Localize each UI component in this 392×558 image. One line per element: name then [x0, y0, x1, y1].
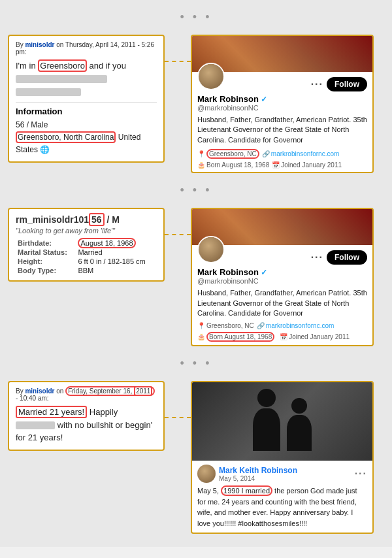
- separator-1: • • •: [0, 7, 392, 28]
- twitter-meta-1: 📍 Greensboro, NC 🔗 markrobinsonfornc.com…: [192, 147, 372, 172]
- birthdate-value: August 18, 1968: [76, 238, 157, 248]
- twitter-actions-1: ··· Follow: [311, 74, 367, 91]
- twitter-meta-2: 📍 Greensboro, NC 🔗 markrobinsonfornc.com…: [192, 320, 372, 345]
- height-label: Height:: [16, 257, 76, 266]
- comparison-row-2: rm_minisoldr10156 / M "Looking to get aw…: [0, 201, 392, 353]
- born-value-2: Born August 18, 1968: [206, 332, 274, 342]
- birthdate-label: Birthdate:: [16, 238, 76, 248]
- left-panel-1: By minisoldr on Thursday, April 14, 2011…: [8, 35, 165, 163]
- website-link-2[interactable]: markrobinsonfornc.com: [266, 322, 334, 329]
- comparison-row-1: By minisoldr on Thursday, April 14, 2011…: [0, 28, 392, 180]
- right-panel-2: ··· Follow Mark Robinson ✓ @markrobinson…: [191, 208, 374, 346]
- post-header-3: By minisoldr on Friday, September 16, 20…: [16, 387, 157, 402]
- bodytype-row: Body Type: BBM: [16, 266, 157, 275]
- twitter-bio-1: Husband, Father, Grandfather, American P…: [192, 113, 372, 147]
- fb-post-image-3: [192, 382, 372, 461]
- follow-button-1[interactable]: Follow: [327, 77, 367, 91]
- age-highlight-2: 56: [89, 213, 105, 226]
- location-value-2: Greensboro, NC: [206, 322, 254, 329]
- connector-1: [165, 61, 191, 62]
- post-body-3: Married 21 years! Happily with no bullsh…: [16, 406, 157, 444]
- connector-2: [165, 234, 191, 235]
- cal-icon-1: 📅: [272, 161, 280, 169]
- info-location-1: Greensboro, North Carolina United States…: [16, 131, 157, 156]
- twitter-profile-row-2: ··· Follow: [192, 245, 372, 267]
- twitter-handle-2: @markrobinsonNC: [197, 277, 367, 285]
- more-button-2[interactable]: ···: [311, 252, 323, 263]
- location-circle-1: Greensboro, North Carolina: [16, 131, 116, 143]
- pin-icon-2: 📍: [197, 322, 205, 329]
- twitter-bio-2: Husband, Father, Grandfather, American P…: [192, 286, 372, 320]
- right-panel-3: Mark Keith Robinson May 5, 2014 ··· May …: [191, 381, 374, 534]
- left-panel-3: By minisoldr on Friday, September 16, 20…: [8, 381, 165, 451]
- website-meta-1: 🔗 markrobinsonfornc.com: [262, 149, 339, 159]
- post-header-1: By minisoldr on Thursday, April 14, 2011…: [16, 41, 157, 56]
- fb-poster-row-3: Mark Keith Robinson May 5, 2014 ···: [197, 465, 367, 483]
- info-title-1: Information: [16, 107, 157, 116]
- twitter-profile-row-1: ··· Follow: [192, 72, 372, 94]
- birthdate-row: Birthdate: August 18, 1968: [16, 238, 157, 248]
- page-container: • • • By minisoldr on Thursday, April 14…: [0, 0, 392, 547]
- joined-value-1: Joined January 2011: [281, 161, 342, 169]
- marital-value: Married: [76, 248, 157, 257]
- motto-2: "Looking to get away from 'life'": [16, 227, 157, 235]
- birthdate-circle: August 18, 1968: [78, 238, 135, 248]
- verified-badge-2: ✓: [261, 268, 267, 277]
- post-author-3[interactable]: minisoldr: [25, 387, 54, 395]
- separator-2: • • •: [0, 180, 392, 201]
- twitter-avatar-2: [197, 236, 225, 263]
- year-highlight-3: 1990 I married: [221, 485, 272, 496]
- bodytype-value: BBM: [76, 266, 157, 275]
- height-row: Height: 6 ft 0 in / 182-185 cm: [16, 257, 157, 266]
- separator-3: • • •: [0, 353, 392, 374]
- twitter-actions-2: ··· Follow: [311, 248, 367, 265]
- location-meta-1: 📍 Greensboro, NC: [197, 149, 259, 159]
- twitter-name-2: Mark Robinson ✓: [197, 267, 367, 277]
- link-icon-2: 🔗: [257, 322, 265, 329]
- right-panel-1: ··· Follow Mark Robinson ✓ @markrobinson…: [191, 35, 374, 173]
- info-age-gender-1: 56 / Male: [16, 119, 157, 131]
- username-row-2: rm_minisoldr10156 / M: [16, 214, 157, 225]
- twitter-avatar-1: [197, 63, 225, 90]
- marital-label: Marital Status:: [16, 248, 76, 257]
- cal-icon-2: 📅: [280, 333, 287, 340]
- fb-post-text-3: May 5, 1990 I married the person God mad…: [197, 485, 367, 529]
- location-value-1: Greensboro, NC: [206, 149, 259, 159]
- marital-row: Marital Status: Married: [16, 248, 157, 257]
- detail-table-2: Birthdate: August 18, 1968 Marital Statu…: [16, 238, 157, 275]
- born-value-1: Born August 18, 1968: [206, 161, 269, 169]
- joined-meta-1: 📅 Joined January 2011: [272, 161, 342, 169]
- website-link-1[interactable]: markrobinsonfornc.com: [271, 150, 339, 157]
- born-meta-2: 🎂 Born August 18, 1968 📅 Joined January …: [197, 332, 367, 342]
- post-body-1: I'm in Greensboro and if you: [16, 59, 157, 98]
- left-panel-2: rm_minisoldr10156 / M "Looking to get aw…: [8, 208, 165, 282]
- bodytype-label: Body Type:: [16, 266, 76, 275]
- follow-button-2[interactable]: Follow: [327, 250, 367, 265]
- info-section-1: Information 56 / Male Greensboro, North …: [16, 102, 157, 157]
- twitter-handle-1: @markrobinsonNC: [197, 104, 367, 112]
- born-meta-1: 🎂 Born August 18, 1968: [197, 161, 269, 169]
- pin-icon-1: 📍: [197, 150, 205, 157]
- more-button-1[interactable]: ···: [311, 78, 323, 90]
- verified-badge-1: ✓: [261, 95, 267, 104]
- fb-poster-name-3: Mark Keith Robinson: [219, 466, 297, 475]
- fb-more-btn-3[interactable]: ···: [355, 468, 367, 480]
- fb-avatar-3: [197, 465, 216, 483]
- cake-icon-1: 🎂: [197, 161, 205, 169]
- website-meta-2: 🔗 markrobinsonfornc.com: [257, 322, 334, 329]
- cake-icon-2: 🎂: [197, 333, 205, 340]
- fb-post-content-3: Mark Keith Robinson May 5, 2014 ··· May …: [192, 461, 372, 533]
- location-highlight-1: Greensboro: [38, 59, 87, 72]
- joined-value-2: Joined January 2011: [289, 333, 350, 340]
- fb-post-date-3: May 5, 2014: [219, 475, 297, 482]
- height-value: 6 ft 0 in / 182-185 cm: [76, 257, 157, 266]
- post-author-1[interactable]: minisoldr: [25, 41, 54, 48]
- link-icon-1: 🔗: [262, 150, 270, 157]
- comparison-row-3: By minisoldr on Friday, September 16, 20…: [0, 374, 392, 540]
- date-highlight-3: Friday, September 16, 2011: [65, 386, 155, 396]
- twitter-name-1: Mark Robinson ✓: [197, 94, 367, 104]
- married-highlight-3: Married 21 years!: [16, 406, 87, 418]
- connector-3: [165, 417, 191, 418]
- location-meta-2: 📍 Greensboro, NC: [197, 322, 254, 329]
